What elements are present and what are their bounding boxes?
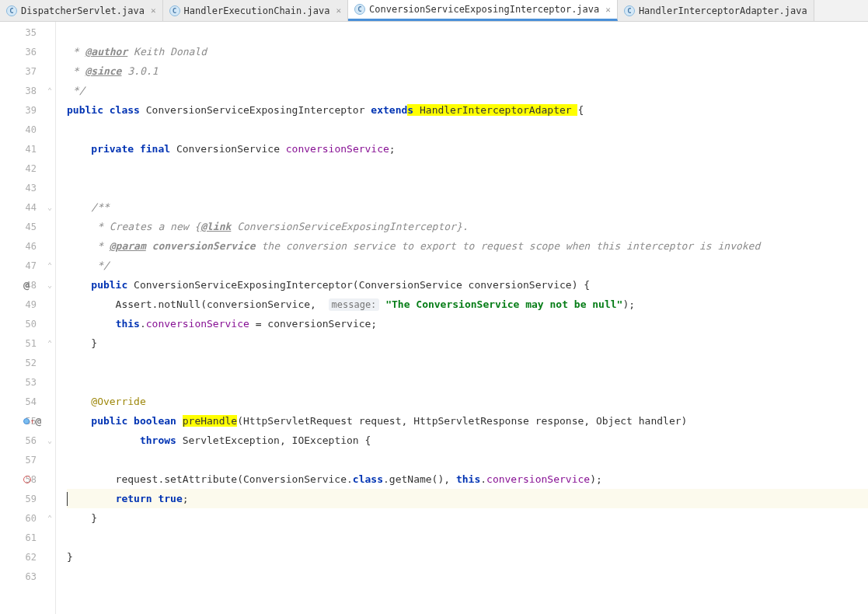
- fold-marker-icon[interactable]: ⌄: [47, 436, 52, 445]
- code-line[interactable]: */: [67, 256, 868, 275]
- code-line[interactable]: public ConversionServiceExposingIntercep…: [67, 275, 868, 295]
- gutter[interactable]: 35 36 37 38⌃ 39 40 41 42 43 44⌄ 45 46 47…: [0, 22, 56, 614]
- fold-marker-icon[interactable]: ⌃: [47, 86, 52, 95]
- code-line[interactable]: request.setAttribute(ConversionService.c…: [67, 469, 868, 489]
- code-line[interactable]: private final ConversionService conversi…: [67, 139, 868, 159]
- code-line[interactable]: Assert.notNull(conversionService, messag…: [67, 295, 868, 314]
- line-number: 50: [18, 319, 40, 330]
- code-line[interactable]: this.conversionService = conversionServi…: [67, 314, 868, 333]
- code-editor[interactable]: * @author Keith Donald * @since 3.0.1 */…: [56, 22, 868, 614]
- line-number: 60: [18, 513, 40, 524]
- class-icon: C: [169, 5, 180, 16]
- line-number: 43: [18, 183, 40, 194]
- line-number: 52: [18, 358, 40, 368]
- tab-label: HandlerInterceptorAdapter.java: [639, 5, 807, 16]
- code-line[interactable]: [67, 528, 868, 547]
- fold-marker-icon[interactable]: ⌄: [47, 281, 52, 289]
- code-line[interactable]: public boolean preHandle(HttpServletRequ…: [67, 411, 868, 431]
- code-line[interactable]: [67, 23, 868, 42]
- breakpoint-icon[interactable]: [23, 476, 31, 483]
- tab-handler-execution-chain[interactable]: C HandlerExecutionChain.java ✕: [163, 0, 348, 21]
- code-line[interactable]: * @param conversionService the conversio…: [67, 236, 868, 256]
- fold-marker-icon[interactable]: ⌃: [47, 261, 52, 270]
- class-icon: C: [354, 4, 365, 15]
- caret-icon: [67, 492, 68, 506]
- code-line[interactable]: }: [67, 333, 868, 353]
- code-line[interactable]: [67, 353, 868, 372]
- up-arrow-icon: ↑: [30, 417, 34, 425]
- code-line[interactable]: * @since 3.0.1: [67, 61, 868, 81]
- class-icon: C: [6, 5, 17, 16]
- tab-label: ConversionServiceExposingInterceptor.jav…: [369, 4, 599, 15]
- code-line[interactable]: [67, 178, 868, 197]
- tab-label: DispatcherServlet.java: [21, 5, 145, 16]
- line-number: 59: [18, 494, 40, 504]
- line-number: 62: [18, 552, 40, 563]
- code-line[interactable]: [67, 159, 868, 178]
- editor-area: 35 36 37 38⌃ 39 40 41 42 43 44⌄ 45 46 47…: [0, 22, 868, 614]
- line-number: 45: [18, 222, 40, 232]
- line-number: 42: [18, 163, 40, 174]
- tab-label: HandlerExecutionChain.java: [184, 5, 330, 16]
- line-number: 46: [18, 241, 40, 252]
- fold-marker-icon[interactable]: ⌃: [47, 339, 52, 347]
- line-number: 63: [18, 571, 40, 582]
- param-hint: message:: [329, 298, 380, 311]
- line-number: 38: [18, 85, 40, 96]
- line-number: 53: [18, 377, 40, 388]
- line-number: 47: [18, 260, 40, 271]
- code-line[interactable]: [67, 450, 868, 469]
- tab-handler-interceptor-adapter[interactable]: C HandlerInterceptorAdapter.java: [618, 0, 814, 21]
- tab-conversion-service-interceptor[interactable]: C ConversionServiceExposingInterceptor.j…: [348, 0, 618, 21]
- code-line[interactable]: [67, 372, 868, 392]
- close-icon[interactable]: ✕: [605, 5, 611, 15]
- line-number: 56: [18, 435, 40, 446]
- line-number: 41: [18, 144, 40, 155]
- code-line[interactable]: }: [67, 508, 868, 528]
- fold-marker-icon[interactable]: ⌄: [47, 203, 52, 211]
- line-number: 54: [18, 396, 40, 407]
- code-line[interactable]: /**: [67, 197, 868, 217]
- close-icon[interactable]: ✕: [336, 5, 341, 16]
- tab-bar: C DispatcherServlet.java ✕ C HandlerExec…: [0, 0, 868, 22]
- line-number: 39: [18, 105, 40, 116]
- code-line[interactable]: */: [67, 81, 868, 100]
- code-line[interactable]: public class ConversionServiceExposingIn…: [67, 100, 868, 120]
- code-line[interactable]: throws ServletException, IOException {: [67, 431, 868, 450]
- code-line[interactable]: [67, 120, 868, 139]
- annotation-icon: @: [23, 279, 30, 291]
- line-number: 51: [18, 338, 40, 349]
- line-number: 36: [18, 47, 40, 58]
- code-line[interactable]: * @author Keith Donald: [67, 42, 868, 61]
- line-number: 40: [18, 124, 40, 135]
- line-number: 44: [18, 202, 40, 213]
- fold-marker-icon[interactable]: ⌃: [47, 514, 52, 522]
- line-number: 57: [18, 455, 40, 466]
- code-line[interactable]: }: [67, 547, 868, 567]
- line-number: 37: [18, 66, 40, 77]
- line-number: 49: [18, 299, 40, 310]
- code-line-current[interactable]: return true;: [67, 489, 868, 508]
- override-icon[interactable]: [23, 418, 30, 424]
- line-number: 35: [18, 27, 40, 38]
- class-icon: C: [624, 5, 635, 16]
- code-line[interactable]: @Override: [67, 392, 868, 411]
- close-icon[interactable]: ✕: [151, 5, 156, 16]
- annotation-icon: @: [35, 415, 41, 427]
- code-line[interactable]: [67, 567, 868, 586]
- code-line[interactable]: * Creates a new {@link ConversionService…: [67, 217, 868, 236]
- tab-dispatcher-servlet[interactable]: C DispatcherServlet.java ✕: [0, 0, 163, 21]
- line-number: 61: [18, 532, 40, 543]
